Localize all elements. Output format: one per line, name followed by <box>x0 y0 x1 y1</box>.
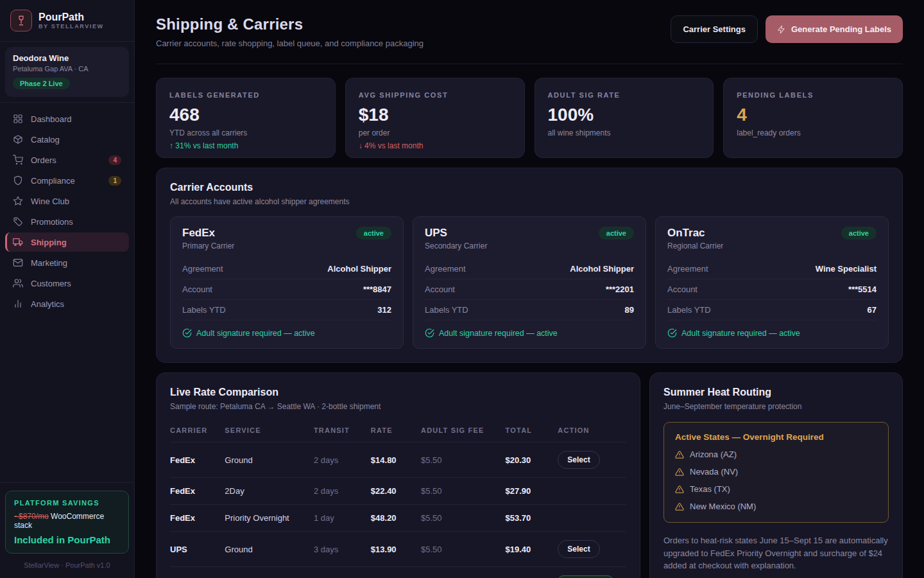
stat-label: LABELS GENERATED <box>169 91 322 99</box>
warning-icon <box>675 502 684 511</box>
stat-trend-up: ↑ 31% vs last month <box>169 141 322 150</box>
status-badge: active <box>599 227 634 240</box>
stat-value: 100% <box>548 105 701 125</box>
orders-count-badge: 4 <box>108 155 121 165</box>
sidebar-item-wine-club[interactable]: Wine Club <box>5 191 129 211</box>
sidebar-item-label: Compliance <box>31 176 75 186</box>
brand-block: PourPath BY STELLARVIEW <box>0 0 134 41</box>
sidebar-item-label: Dashboard <box>31 114 72 124</box>
carrier-accounts-section: Carrier Accounts All accounts have activ… <box>156 168 903 363</box>
stat-sub: YTD across all carriers <box>169 128 322 137</box>
agreement-row: Agreement Alcohol Shipper <box>425 259 634 279</box>
carrier-name: OnTrac <box>667 227 723 240</box>
column-header: ACTION <box>558 420 626 442</box>
package-icon <box>13 134 23 144</box>
adult-signature-note: Adult signature required — active <box>182 328 391 338</box>
account-card[interactable]: Deodora Wine Petaluma Gap AVA · CA Phase… <box>5 47 129 97</box>
active-states-title: Active States — Overnight Required <box>675 432 877 442</box>
mail-icon <box>13 258 23 268</box>
sidebar-item-catalog[interactable]: Catalog <box>5 130 129 149</box>
carrier-role: Primary Carrier <box>182 241 234 250</box>
sidebar-item-dashboard[interactable]: Dashboard <box>5 109 129 128</box>
table-row: FedEx 2Day 2 days $22.40 $5.50 $27.90 <box>170 478 626 505</box>
carrier-name: UPS <box>425 227 487 240</box>
warning-icon <box>675 485 684 494</box>
sidebar-item-shipping[interactable]: Shipping <box>5 232 129 252</box>
app-window: PourPath BY STELLARVIEW Deodora Wine Pet… <box>0 0 924 578</box>
heat-state-item: New Mexico (NM) <box>675 502 877 511</box>
stat-trend-down: ↓ 4% vs last month <box>359 141 511 150</box>
active-states-box: Active States — Overnight Required Arizo… <box>663 422 889 523</box>
stat-label: AVG SHIPPING COST <box>359 91 511 99</box>
page-header: Shipping & Carriers Carrier accounts, ra… <box>156 15 903 64</box>
heat-routing-note: Orders to heat-risk states June 15–Sept … <box>663 534 889 572</box>
sidebar: PourPath BY STELLARVIEW Deodora Wine Pet… <box>0 0 135 578</box>
column-header: TRANSIT <box>314 420 371 442</box>
section-title: Summer Heat Routing <box>663 387 889 398</box>
heat-state-item: Texas (TX) <box>675 484 877 494</box>
stat-card-labels-generated: LABELS GENERATED 468 YTD across all carr… <box>156 78 336 158</box>
live-rate-comparison-section: Live Rate Comparison Sample route: Petal… <box>156 372 640 578</box>
divider <box>0 41 134 42</box>
generate-labels-button[interactable]: Generate Pending Labels <box>766 15 903 43</box>
sidebar-nav: Dashboard Catalog Orders 4 Compliance 1 … <box>0 103 134 320</box>
sidebar-item-orders[interactable]: Orders 4 <box>5 150 129 170</box>
status-badge: active <box>356 227 391 240</box>
star-icon <box>13 196 23 206</box>
section-title: Live Rate Comparison <box>170 387 626 398</box>
sidebar-item-marketing[interactable]: Marketing <box>5 253 129 272</box>
stat-label: PENDING LABELS <box>737 91 889 99</box>
rates-heat-row: Live Rate Comparison Sample route: Petal… <box>156 372 903 578</box>
account-row: Account ***5514 <box>667 279 877 300</box>
sidebar-item-customers[interactable]: Customers <box>5 274 129 293</box>
page-subtitle: Carrier accounts, rate shopping, label q… <box>156 39 424 48</box>
table-row: OnTrac Ground 2 days $12.20 $4.00 $16.20… <box>170 567 626 578</box>
sidebar-item-promotions[interactable]: Promotions <box>5 212 129 231</box>
zap-icon <box>777 25 786 34</box>
adult-signature-note: Adult signature required — active <box>667 328 877 338</box>
stat-sub: label_ready orders <box>737 128 889 137</box>
page-title: Shipping & Carriers <box>156 15 424 33</box>
carrier-card-ontrac: OnTrac Regional Carrier active Agreement… <box>655 216 889 349</box>
heat-state-item: Arizona (AZ) <box>675 450 877 459</box>
section-subtitle: Sample route: Petaluma CA → Seattle WA ·… <box>170 402 626 411</box>
column-header: CARRIER <box>170 420 225 442</box>
table-row: FedEx Ground 2 days $14.80 $5.50 $20.30 … <box>170 442 626 478</box>
compliance-count-badge: 1 <box>108 176 121 186</box>
column-header: RATE <box>371 420 421 442</box>
agreement-row: Agreement Wine Specialist <box>667 259 877 279</box>
labels-ytd-row: Labels YTD 312 <box>182 300 391 320</box>
adult-signature-note: Adult signature required — active <box>425 328 634 338</box>
sidebar-item-analytics[interactable]: Analytics <box>5 294 129 313</box>
sidebar-item-label: Marketing <box>31 258 67 268</box>
select-rate-button[interactable]: Select <box>558 540 599 558</box>
warning-icon <box>675 450 684 459</box>
section-title: Carrier Accounts <box>170 182 889 193</box>
stat-card-pending-labels: PENDING LABELS 4 label_ready orders <box>723 78 903 158</box>
savings-title: PLATFORM SAVINGS <box>14 499 120 507</box>
section-subtitle: All accounts have active alcohol shipper… <box>170 197 889 206</box>
sidebar-footer: StellarView · PourPath v1.0 <box>5 554 129 573</box>
sidebar-item-label: Shipping <box>31 238 67 247</box>
sidebar-item-label: Customers <box>31 279 71 288</box>
account-location: Petaluma Gap AVA · CA <box>13 65 121 73</box>
stat-card-adult-sig-rate: ADULT SIG RATE 100% all wine shipments <box>535 78 714 158</box>
carrier-grid: FedEx Primary Carrier active Agreement A… <box>170 216 889 349</box>
cart-icon <box>13 155 23 165</box>
column-header: TOTAL <box>506 420 558 442</box>
users-icon <box>13 278 23 288</box>
shield-icon <box>13 175 23 186</box>
stat-card-avg-shipping-cost: AVG SHIPPING COST $18 per order ↓ 4% vs … <box>345 78 525 158</box>
sidebar-item-label: Orders <box>31 155 56 165</box>
account-row: Account ***2201 <box>425 279 634 300</box>
sidebar-item-compliance[interactable]: Compliance 1 <box>5 171 129 190</box>
table-row: FedEx Priority Overnight 1 day $48.20 $5… <box>170 505 626 532</box>
carrier-role: Secondary Carrier <box>425 241 487 250</box>
best-value-badge[interactable]: Best Value <box>558 575 613 578</box>
stat-value: $18 <box>359 105 511 125</box>
select-rate-button[interactable]: Select <box>558 451 599 469</box>
carrier-settings-button[interactable]: Carrier Settings <box>671 15 758 43</box>
sidebar-item-label: Wine Club <box>31 197 69 206</box>
stats-row: LABELS GENERATED 468 YTD across all carr… <box>156 78 903 158</box>
labels-ytd-row: Labels YTD 67 <box>667 300 877 320</box>
